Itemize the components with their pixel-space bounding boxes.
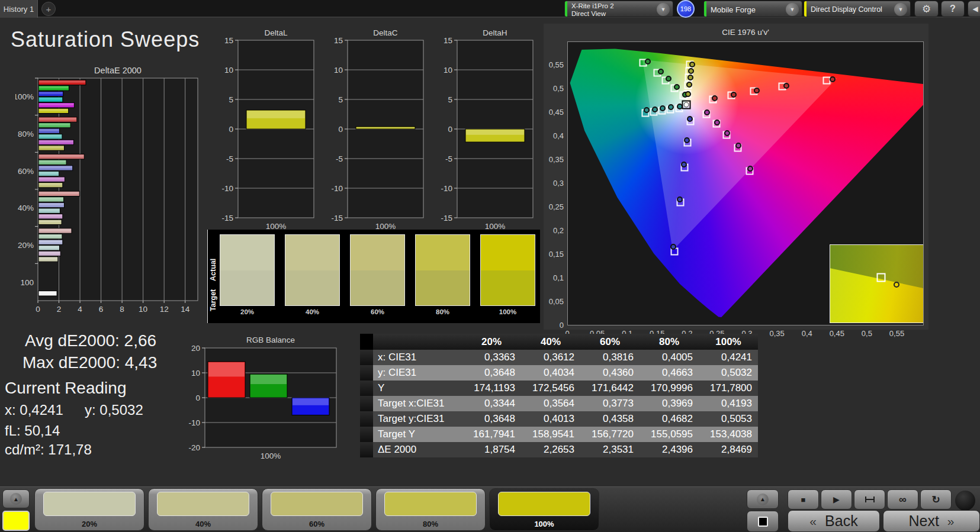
cie-y-tick-label: 0,45 [544,108,564,117]
green-measured-marker [674,84,680,90]
actual-color [416,235,470,270]
table-header-row: 20%40%60%80%100% [360,334,758,350]
svg-text:10: 10 [224,66,233,75]
meter-count-badge[interactable]: 198 [677,0,695,18]
table-cell: 0,4360 [580,367,640,379]
next-button[interactable]: Next » [883,510,980,532]
loop-icon: ↻ [931,494,940,506]
svg-text:-10: -10 [441,184,452,193]
table-cell: 1,8754 [462,444,521,456]
yellow-measured-marker [688,68,694,74]
current-reading-heading: Current Reading [5,379,126,398]
current-fl-readout: fL: 50,14 [5,423,60,439]
table-row: y: CIE310,36480,40340,43600,46630,5032 [360,365,758,381]
table-row: Target y:CIE310,36480,40130,43580,46820,… [360,411,758,427]
svg-text:DeltaE 2000: DeltaE 2000 [94,66,142,75]
actual-color [481,235,535,270]
svg-text:5: 5 [338,95,343,104]
collapse-toolbar-button[interactable]: ◀ [968,1,980,17]
pattern-patch-40%[interactable]: 40% [148,488,258,531]
compare-swatch-label: 60% [350,308,405,315]
loop-button[interactable]: ↻ [920,489,952,510]
chevron-down-icon[interactable]: ▼ [657,3,670,16]
page-title: Saturation Sweeps [11,27,200,52]
patch-color-chip [271,492,363,516]
meter-dropdown[interactable]: X-Rite i1Pro 2 Direct View ▼ [564,1,673,17]
table-row-label: ΔE 2000 [373,444,462,456]
table-row-label: Target x:CIE31 [373,398,462,410]
tab-history-1[interactable]: History 1 [0,0,38,18]
table-row-label: x: CIE31 [373,352,462,363]
pattern-patch-60%[interactable]: 60% [262,488,372,531]
meter-label: X-Rite i1Pro 2 Direct View [571,2,614,17]
workflow-dropdown[interactable]: Mobile Forge ▼ [703,1,802,17]
rgb-balance-chart: 20100-10-20RGB Balance100% [176,335,341,467]
display-control-status-accent [804,1,807,17]
pattern-patch-80%[interactable]: 80% [375,488,486,531]
settings-button[interactable]: ⚙ [914,1,939,17]
magenta-measured-marker [747,166,753,172]
blue-measured-marker [677,196,683,202]
svg-text:100%: 100% [261,452,281,460]
back-button[interactable]: « Back [788,510,880,532]
chevron-down-icon[interactable]: ▼ [786,3,799,16]
patch-label: 100% [490,520,599,528]
cie-x-tick-label: 0,35 [764,329,790,338]
table-cell: 0,4663 [640,367,699,379]
cie-chart-title: CIE 1976 u'v' [567,28,924,37]
table-cell: 0,4193 [699,398,758,410]
cie-y-tick-label: 0,4 [544,131,564,140]
help-button[interactable]: ? [941,1,965,17]
table-row-label: Y [373,382,462,394]
max-de2000-readout: Max dE2000: 4,43 [23,353,157,372]
collapse-pattern-bar-button[interactable]: ▲ [2,489,30,508]
table-cell: 0,3648 [462,413,521,425]
cyan-measured-marker [644,107,650,113]
target-color [220,270,274,306]
cie-x-tick-label: 0,45 [824,329,850,338]
deltaC-chart: 151050-5-10-15DeltaC100% [326,28,429,232]
green-measured-marker [666,76,671,82]
table-cell: 2,3531 [580,444,640,456]
continuous-measure-button[interactable]: ∞ [887,489,918,510]
svg-text:2: 2 [57,305,62,314]
compare-swatch-label: 80% [415,308,470,315]
workflow-status-accent [704,1,706,17]
svg-text:100: 100 [20,278,34,287]
patch-color-chip [157,492,249,516]
add-tab-button[interactable]: + [41,2,56,16]
play-icon: ▶ [833,495,840,504]
table-cell: 0,4034 [521,367,580,379]
stop-button[interactable]: ■ [788,489,819,510]
blue-measured-marker [670,244,676,250]
cie-1976-panel: CIE 1976 u'v' 00,050,10,150,20,250,30,35… [544,24,928,330]
blue-measured-marker [684,137,690,143]
table-row: Y174,1193172,5456171,6442170,9996171,780… [360,381,758,396]
chevron-down-icon[interactable]: ▼ [894,3,907,16]
svg-text:-5: -5 [445,154,452,163]
white-point-marker [682,100,691,109]
yellow-measured-marker [685,91,691,97]
table-row: Target x:CIE310,33440,35640,37730,39690,… [360,396,758,411]
yellow-measured-marker [689,62,695,67]
table-cell: 172,5456 [521,382,580,394]
play-button[interactable]: ▶ [821,489,852,510]
pattern-patch-20%[interactable]: 20% [34,488,144,531]
pattern-window-button[interactable] [747,511,779,532]
pattern-patch-100%[interactable]: 100% [489,488,599,531]
table-row-label: Target Y [373,428,462,440]
table-col-header: 80% [640,336,699,348]
chevron-left-double-icon: « [809,514,817,528]
target-color [481,270,535,306]
next-button-label: Next [908,512,939,530]
collapse-transport-button[interactable]: ▲ [747,489,779,509]
display-control-dropdown[interactable]: Direct Display Control ▼ [804,1,911,17]
calman-app-window: History 1 + X-Rite i1Pro 2 Direct View ▼… [0,0,980,532]
single-measure-button[interactable] [854,489,885,510]
yellow-measured-marker [686,82,692,88]
current-pattern-color-swatch[interactable] [2,511,30,531]
table-cell: 2,8469 [699,444,758,456]
meter-status-accent [565,1,567,17]
table-row: x: CIE310,33630,36120,38160,40050,4241 [360,350,758,365]
cie-y-tick-label: 0,2 [544,226,564,235]
